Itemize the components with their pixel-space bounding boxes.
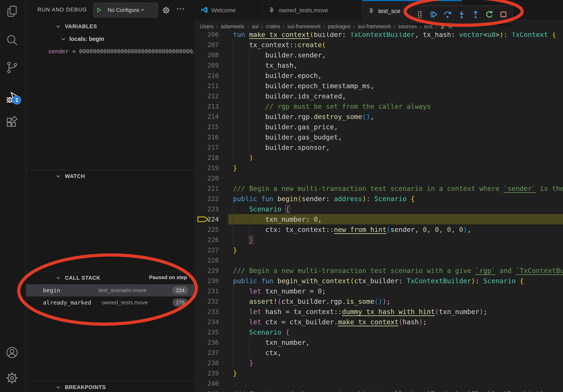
code-line-223[interactable]: 223 Scenario { (194, 204, 563, 214)
continue-button[interactable] (429, 10, 439, 19)
code-line-232[interactable]: 232 assert!(ctx_builder.rgp.is_some()); (194, 296, 563, 307)
breadcrumb-item[interactable]: crates (266, 24, 280, 30)
code-line-220[interactable]: 220 (194, 173, 563, 183)
code-line-237[interactable]: 237 ctx, (194, 348, 563, 358)
code-line-224[interactable]: 224 txn_number: 0, (194, 214, 563, 224)
stop-button[interactable] (499, 10, 508, 19)
line-number[interactable]: 229 (194, 265, 219, 276)
line-number[interactable]: 216 (194, 132, 219, 142)
restart-button[interactable] (485, 10, 494, 19)
line-number[interactable]: 211 (194, 81, 219, 91)
code-line-228[interactable]: 228 (194, 255, 563, 265)
variables-header[interactable]: VARIABLES (65, 24, 97, 30)
breadcrumb-item[interactable]: packages (328, 24, 351, 30)
start-debug-icon[interactable] (93, 6, 105, 14)
call-stack-header[interactable]: CALL STACK (65, 275, 100, 281)
variables-chevron-icon[interactable] (55, 24, 61, 29)
line-number[interactable]: 219 (194, 163, 219, 173)
code-editor[interactable]: 206fun make_tx_context(builder: TxContex… (194, 32, 563, 392)
code-line-219[interactable]: 219} (194, 163, 563, 173)
code-line-234[interactable]: 234 let ctx = ctx_builder.make_tx_contex… (194, 317, 563, 327)
variable-sender[interactable]: sender = 0000000000000000000000000000000… (48, 48, 194, 55)
toolbar-drag-grip[interactable] (415, 10, 425, 19)
code-line-225[interactable]: 225 ctx: tx_context::new_from_hint(sende… (194, 224, 563, 235)
tab-owned-tests-move[interactable]: owned_tests.move (263, 0, 362, 21)
line-number[interactable]: 213 (194, 101, 219, 112)
breadcrumb-item[interactable]: Users (200, 24, 214, 30)
code-line-230[interactable]: 230public fun begin_with_context(ctx_bui… (194, 276, 563, 286)
source-control-icon[interactable] (5, 61, 19, 74)
code-line-236[interactable]: 236 txn_number, (194, 337, 563, 348)
locals-chevron-icon[interactable] (61, 36, 66, 42)
code-line-218[interactable]: 218 ) (194, 153, 563, 163)
explorer-icon[interactable] (5, 5, 19, 18)
code-line-215[interactable]: 215 builder.gas_price, (194, 122, 563, 132)
line-number[interactable]: 209 (194, 60, 219, 70)
line-number[interactable]: 240 (194, 378, 219, 389)
line-number[interactable]: 236 (194, 337, 219, 348)
breadcrumb-item[interactable]: adamwelc (221, 24, 245, 30)
code-line-211[interactable]: 211 builder.epoch_timestamp_ms, (194, 81, 563, 91)
step-into-button[interactable] (457, 10, 467, 19)
code-line-216[interactable]: 216 builder.gas_budget, (194, 132, 563, 142)
stack-frame-begin[interactable]: begin test_scenario.move 224 (26, 284, 194, 297)
more-actions-icon[interactable]: ⋯ (176, 3, 185, 14)
call-stack-chevron-icon[interactable] (55, 275, 61, 281)
line-number[interactable]: 210 (194, 70, 219, 81)
code-line-213[interactable]: 213 // rgp must be set from the caller a… (194, 101, 563, 112)
code-line-238[interactable]: 238 } (194, 358, 563, 368)
step-out-button[interactable] (471, 10, 481, 19)
code-line-233[interactable]: 233 let hash = tx_context::dummy_tx_hash… (194, 307, 563, 317)
debug-settings-gear-icon[interactable] (162, 6, 170, 15)
line-number[interactable]: 217 (194, 142, 219, 153)
line-number[interactable]: 214 (194, 112, 219, 122)
breadcrumb-item[interactable]: sui (252, 24, 259, 30)
line-number[interactable]: 235 (194, 327, 219, 337)
line-number[interactable]: 212 (194, 91, 219, 101)
settings-gear-icon[interactable] (5, 371, 19, 385)
breakpoints-header[interactable]: BREAKPOINTS (65, 384, 106, 391)
breadcrumb-item[interactable]: sources (398, 24, 417, 30)
line-number[interactable]: 233 (194, 307, 219, 317)
line-number[interactable]: 224 (194, 214, 219, 224)
code-line-210[interactable]: 210 builder.epoch, (194, 70, 563, 81)
code-line-235[interactable]: 235 Scenario { (194, 327, 563, 337)
line-number[interactable]: 239 (194, 368, 219, 378)
code-line-222[interactable]: 222public fun begin(sender: address): Sc… (194, 194, 563, 204)
line-number[interactable]: 226 (194, 235, 219, 245)
line-number[interactable]: 206 (194, 32, 219, 40)
line-number[interactable]: 215 (194, 122, 219, 132)
code-line-206[interactable]: 206fun make_tx_context(builder: TxContex… (194, 32, 563, 40)
breadcrumb-item[interactable]: test (424, 24, 433, 30)
locals-scope-label[interactable]: locals: begin (69, 36, 104, 42)
code-line-226[interactable]: 226 } (194, 235, 563, 245)
line-number[interactable]: 220 (194, 173, 219, 183)
code-line-239[interactable]: 239} (194, 368, 563, 378)
account-icon[interactable] (5, 346, 19, 359)
code-line-231[interactable]: 231 let txn_number = 0; (194, 286, 563, 296)
line-number[interactable]: 222 (194, 194, 219, 204)
code-line-208[interactable]: 208 builder.sender, (194, 50, 563, 60)
breadcrumb-file[interactable]: te (440, 23, 453, 30)
tab-welcome[interactable]: Welcome (194, 0, 263, 21)
line-number[interactable]: 208 (194, 50, 219, 60)
watch-chevron-icon[interactable] (55, 173, 61, 179)
step-over-button[interactable] (443, 10, 452, 19)
line-number[interactable]: 234 (194, 317, 219, 327)
line-number[interactable]: 237 (194, 348, 219, 358)
breadcrumb-item[interactable]: sui-framework (358, 24, 391, 30)
line-number[interactable]: 207 (194, 40, 219, 50)
watch-header[interactable]: WATCH (65, 173, 85, 179)
code-line-241[interactable]: 241/// Creates and shares system objects… (194, 389, 563, 392)
line-number[interactable]: 225 (194, 224, 219, 235)
stack-frame-already-marked[interactable]: already_marked owned_tests.move 275 (26, 297, 194, 309)
line-number[interactable]: 223 (194, 204, 219, 214)
line-number[interactable]: 221 (194, 183, 219, 194)
code-line-229[interactable]: 229/// Begin a new multi-transaction tes… (194, 265, 563, 276)
breadcrumb-item[interactable]: sui-framework (287, 24, 321, 30)
code-line-207[interactable]: 207 tx_context::create( (194, 40, 563, 50)
extensions-icon[interactable] (5, 116, 19, 129)
line-number[interactable]: 228 (194, 255, 219, 265)
line-number[interactable]: 230 (194, 276, 219, 286)
search-icon[interactable] (5, 33, 19, 47)
